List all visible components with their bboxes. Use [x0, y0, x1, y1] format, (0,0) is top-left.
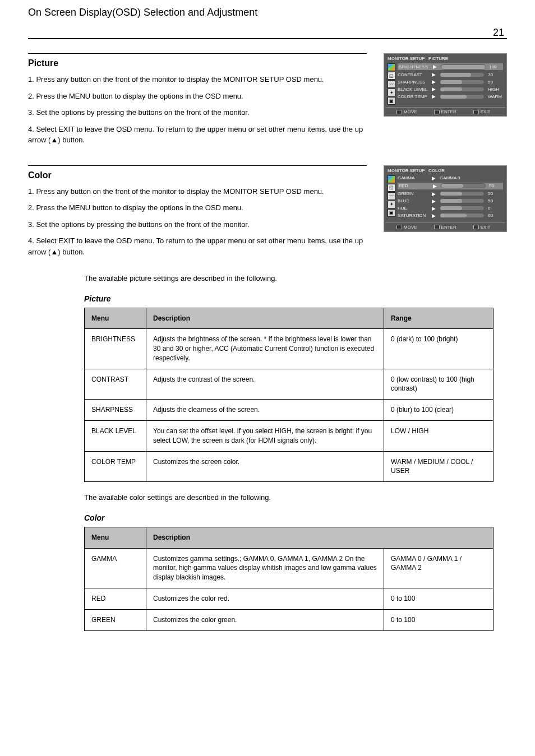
- osd-row-value: 50: [488, 198, 493, 203]
- triangle-right-icon: ▶: [432, 191, 436, 197]
- table-row: GAMMACustomizes gamma settings.; GAMMA 0…: [85, 548, 494, 588]
- slider-track: [440, 87, 485, 92]
- table-cell: Adjusts the clearness of the screen.: [146, 400, 384, 421]
- table-cell: You can set the offset level. If you sel…: [146, 421, 384, 452]
- osd-row-value: 50: [488, 191, 493, 196]
- slider-track: [440, 206, 485, 211]
- osd-row-value: HIGH: [488, 87, 499, 92]
- picture-step-1: 1. Press any button on the front of the …: [28, 74, 367, 85]
- color-step-3: 3. Set the options by pressing the butto…: [28, 219, 367, 230]
- table-row: BRIGHTNESSAdjusts the brightness of the …: [85, 329, 494, 369]
- table-cell: 0 to 100: [384, 609, 494, 630]
- slider-track: [440, 80, 485, 85]
- osd-foot-label: ENTER: [441, 225, 456, 230]
- table-row: REDCustomizes the color red.0 to 100: [85, 588, 494, 609]
- th-range: Range: [384, 308, 494, 329]
- osd-row-label: BLUE: [398, 198, 428, 203]
- table-row: SHARPNESSAdjusts the clearness of the sc…: [85, 400, 494, 421]
- osd-row-value: 50: [489, 183, 494, 188]
- osd-foot-label: EXIT: [481, 109, 491, 114]
- osd-row-value: WARM: [488, 94, 502, 99]
- header-rule: [28, 38, 507, 39]
- table-row: COLOR TEMPCustomizes the screen color.WA…: [85, 451, 494, 482]
- table-row: CONTRASTAdjusts the contrast of the scre…: [85, 369, 494, 400]
- osd-foot-label: MOVE: [404, 109, 417, 114]
- osd-title: MONITOR SETUP PICTURE: [385, 55, 505, 62]
- wave-icon: 〰: [388, 192, 395, 200]
- image-icon: [388, 63, 395, 71]
- feature-color-label: Color: [84, 513, 494, 522]
- table-picture-settings: Menu Description Range BRIGHTNESSAdjusts…: [84, 308, 494, 483]
- osd-row-label: RED: [399, 183, 430, 188]
- page-title: On Screen Display(OSD) Selection and Adj…: [28, 7, 507, 18]
- osd-row-label: HUE: [398, 206, 428, 211]
- triangle-right-icon: ▶: [432, 206, 436, 211]
- expand-icon: ▣: [388, 97, 395, 105]
- osd-row-label: CONTRAST: [398, 72, 428, 77]
- th-menu: Menu: [85, 308, 146, 329]
- table-cell: SHARPNESS: [85, 400, 146, 421]
- table-cell: GREEN: [85, 609, 146, 630]
- page-number: 21: [493, 27, 504, 39]
- section-picture-title: Picture: [28, 58, 367, 68]
- table-cell: Adjusts the contrast of the screen.: [146, 369, 384, 400]
- slider-track: [440, 94, 485, 99]
- osd-row-value: 100: [489, 64, 496, 69]
- slider-track: [440, 213, 485, 218]
- table-cell: Customizes gamma settings.; GAMMA 0, GAM…: [146, 548, 384, 588]
- triangle-right-icon: ▶: [432, 198, 436, 204]
- picture-step-2: 2. Press the MENU button to display the …: [28, 91, 367, 102]
- feature-picture-label: Picture: [84, 294, 494, 303]
- osd-row-label: BRIGHTNESS: [399, 64, 430, 69]
- triangle-right-icon: ▶: [432, 94, 436, 99]
- table-cell: Customizes the color green.: [146, 609, 384, 630]
- slider-track: [440, 72, 485, 77]
- table-cell: COLOR TEMP: [85, 451, 146, 482]
- table-cell: BRIGHTNESS: [85, 329, 146, 369]
- enter-icon: [434, 110, 440, 114]
- table-cell: GAMMA: [85, 548, 146, 588]
- table-cell: 0 (low contrast) to 100 (high contrast): [384, 369, 494, 400]
- osd-row-label: GAMMA: [398, 175, 428, 180]
- table-cell: Customizes the screen color.: [146, 451, 384, 482]
- table-row: GREENCustomizes the color green.0 to 100: [85, 609, 494, 630]
- table-cell: LOW / HIGH: [384, 421, 494, 452]
- picture-step-3: 3. Set the options by pressing the butto…: [28, 107, 367, 118]
- table-b-intro: The available color settings are describ…: [84, 492, 494, 503]
- table-cell: RED: [85, 588, 146, 609]
- triangle-right-icon: ▶: [432, 72, 436, 77]
- triangle-right-icon: ▶: [433, 64, 437, 69]
- osd-thumbnail-picture: MONITOR SETUP PICTURE ◱ 〰 ✦ ▣ BRIGHTNESS…: [384, 53, 507, 117]
- screen-icon: ◱: [388, 72, 395, 80]
- image-icon: [388, 175, 395, 183]
- table-cell: Customizes the color red.: [146, 588, 384, 609]
- osd-foot-label: MOVE: [404, 225, 417, 230]
- slider-track: [440, 198, 485, 203]
- table-color-settings: Menu Description GAMMACustomizes gamma s…: [84, 527, 494, 631]
- triangle-right-icon: ▶: [433, 183, 437, 189]
- table-cell: CONTRAST: [85, 369, 146, 400]
- tools-icon: ✦: [388, 89, 395, 96]
- osd-row-label: SATURATION: [398, 213, 428, 218]
- expand-icon: ▣: [388, 209, 395, 217]
- tools-icon: ✦: [388, 201, 395, 208]
- osd-foot-label: EXIT: [481, 225, 491, 230]
- section-picture: Picture 1. Press any button on the front…: [28, 53, 507, 151]
- table-cell: 0 to 100: [384, 588, 494, 609]
- table-row: BLACK LEVELYou can set the offset level.…: [85, 421, 494, 452]
- slider-track: [440, 191, 485, 196]
- arrows-icon: [396, 225, 402, 229]
- color-step-2: 2. Press the MENU button to display the …: [28, 202, 367, 214]
- table-cell: GAMMA 0 / GAMMA 1 / GAMMA 2: [384, 548, 494, 588]
- osd-title: MONITOR SETUP COLOR: [385, 167, 505, 174]
- color-step-4: 4. Select EXIT to leave the OSD menu. To…: [28, 235, 367, 257]
- osd-row-value: 70: [488, 72, 493, 77]
- osd-row-label: GREEN: [398, 191, 428, 196]
- exit-icon: [473, 110, 479, 114]
- osd-row-value: 50: [488, 80, 493, 85]
- th-desc: Description: [146, 527, 494, 548]
- table-cell: BLACK LEVEL: [85, 421, 146, 452]
- th-menu: Menu: [85, 527, 146, 548]
- enter-icon: [434, 225, 440, 229]
- triangle-right-icon: ▶: [432, 175, 436, 181]
